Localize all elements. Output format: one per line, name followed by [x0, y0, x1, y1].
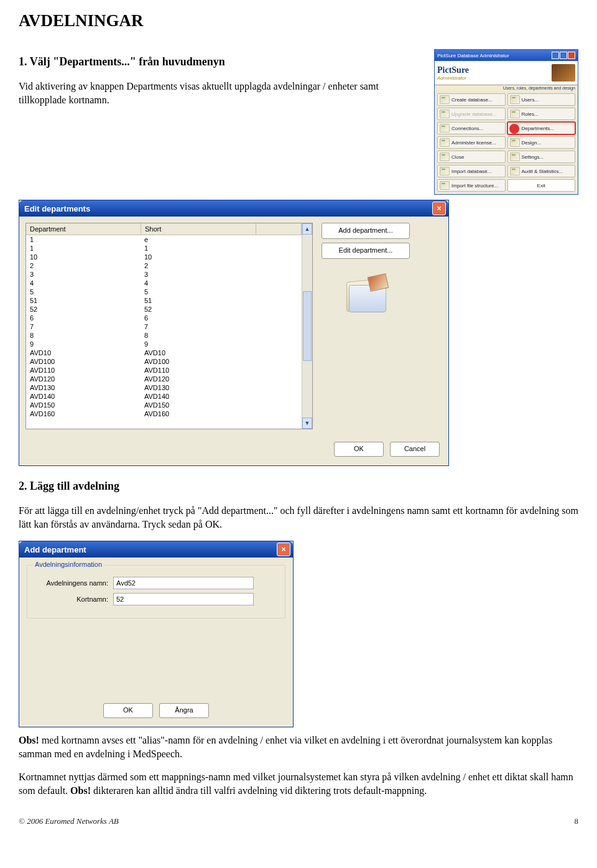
import-db-button[interactable]: Import database...: [437, 165, 506, 177]
admin-title-text: PictSure Database Administrator: [437, 53, 509, 58]
license-button[interactable]: Administer license...: [437, 136, 506, 149]
folder-icon: [510, 110, 520, 118]
btn-label: Exit: [537, 183, 545, 189]
maximize-icon[interactable]: [560, 52, 567, 59]
folder-icon: [510, 95, 520, 104]
btn-label: Users...: [522, 97, 539, 103]
scroll-thumb[interactable]: [303, 291, 312, 361]
btn-label: Departments...: [522, 126, 554, 131]
table-row[interactable]: 44: [26, 279, 302, 287]
scroll-up-icon[interactable]: ▲: [302, 223, 312, 235]
departments-table: Department Short 1e111010223344555151525…: [25, 223, 313, 429]
table-row[interactable]: 99: [26, 340, 302, 348]
dept-name-label: Avdelningens namn:: [34, 579, 108, 587]
close-icon[interactable]: ×: [432, 202, 446, 215]
step2-text: För att lägga till en avdelning/enhet tr…: [19, 504, 578, 531]
scroll-down-icon[interactable]: ▼: [302, 418, 312, 429]
table-row[interactable]: AVD160AVD160: [26, 409, 302, 418]
table-row[interactable]: AVD120AVD120: [26, 375, 302, 383]
folder-icon: [510, 152, 520, 161]
table-row[interactable]: AVD10AVD10: [26, 348, 302, 357]
col-empty: [256, 223, 302, 235]
shortname-input[interactable]: 52: [113, 593, 254, 605]
page-number: 8: [575, 816, 579, 826]
add-department-window: Add department × Avdelningsinformation A…: [19, 541, 294, 727]
table-row[interactable]: 77: [26, 322, 302, 331]
ok-button[interactable]: OK: [334, 442, 384, 457]
admin-logo-bar: PictSure Administrator: [435, 61, 578, 85]
col-short[interactable]: Short: [141, 223, 256, 235]
step1-text: Vid aktivering av knappen Departments vi…: [19, 80, 423, 106]
folder-icon: [440, 167, 450, 175]
import-file-button[interactable]: Import file structure...: [437, 179, 506, 192]
add-titlebar: Add department ×: [19, 541, 293, 558]
note-1: Obs! med kortnamn avses ett "alias"-namn…: [19, 734, 578, 760]
table-row[interactable]: AVD150AVD150: [26, 401, 302, 409]
step2-title: 2. Lägg till avdelning: [19, 480, 578, 493]
table-row[interactable]: 88: [26, 331, 302, 340]
brand-text: PictSure: [437, 65, 469, 75]
btn-label: Create database...: [451, 97, 493, 103]
folder-icon: [440, 181, 450, 190]
table-row[interactable]: AVD140AVD140: [26, 392, 302, 401]
audit-button[interactable]: Audit & Statistics...: [507, 165, 576, 177]
create-db-button[interactable]: Create database...: [437, 93, 506, 106]
btn-label: Roles...: [522, 111, 539, 117]
folder-icon: [440, 138, 450, 147]
connections-button[interactable]: Connections...: [437, 122, 506, 134]
dept-name-input[interactable]: Avd52: [113, 577, 254, 589]
btn-label: Audit & Statistics...: [522, 169, 563, 174]
edit-title-text: Edit departments: [24, 204, 90, 213]
edit-department-button[interactable]: Edit department...: [322, 243, 410, 259]
table-row[interactable]: 66: [26, 314, 302, 322]
table-row[interactable]: 1e: [26, 235, 302, 244]
folder-icon: [440, 95, 450, 104]
upgrade-db-button: Upgrade database...: [437, 108, 506, 120]
shortname-label: Kortnamn:: [34, 595, 108, 603]
close-icon[interactable]: [568, 52, 575, 59]
undo-button[interactable]: Ångra: [159, 703, 209, 718]
scrollbar[interactable]: ▲ ▼: [302, 223, 312, 429]
folder-icon: [510, 167, 520, 175]
btn-label: Design...: [522, 140, 542, 146]
settings-button[interactable]: Settings...: [507, 151, 576, 163]
note-2: Kortnamnet nyttjas därmed som ett mappni…: [19, 770, 578, 797]
users-button[interactable]: Users...: [507, 93, 576, 106]
close-icon[interactable]: ×: [277, 543, 290, 556]
design-button[interactable]: Design...: [507, 136, 576, 149]
folder-icon: [440, 152, 450, 161]
departments-button[interactable]: Departments...: [507, 122, 576, 134]
table-row[interactable]: 55: [26, 287, 302, 296]
table-row[interactable]: 11: [26, 244, 302, 253]
cancel-button[interactable]: Cancel: [390, 442, 440, 457]
obs-label: Obs!: [19, 735, 39, 745]
admin-subtitle: Administrator: [437, 75, 469, 81]
table-row[interactable]: AVD130AVD130: [26, 383, 302, 392]
btn-label: Settings...: [522, 154, 544, 160]
ok-button[interactable]: OK: [103, 703, 153, 718]
admin-hint: Users, roles, departments and design: [435, 85, 578, 91]
table-row[interactable]: AVD110AVD110: [26, 366, 302, 375]
col-department[interactable]: Department: [26, 223, 141, 235]
obs-label: Obs!: [70, 785, 91, 796]
window-controls[interactable]: [552, 52, 575, 59]
table-row[interactable]: 33: [26, 270, 302, 279]
close-button[interactable]: Close: [437, 151, 506, 163]
table-row[interactable]: 5151: [26, 296, 302, 305]
dept-info-fieldset: Avdelningsinformation Avdelningens namn:…: [27, 565, 285, 618]
folder-illustration-icon: [346, 280, 384, 310]
table-row[interactable]: 5252: [26, 305, 302, 314]
copyright: © 2006 Euromed Networks AB: [19, 816, 119, 826]
btn-label: Close: [451, 154, 464, 160]
btn-label: Import file structure...: [451, 183, 498, 189]
roles-button[interactable]: Roles...: [507, 108, 576, 120]
table-row[interactable]: 1010: [26, 253, 302, 261]
btn-label: Administer license...: [451, 140, 496, 146]
exit-button[interactable]: Exit: [507, 179, 576, 192]
minimize-icon[interactable]: [552, 52, 559, 59]
table-row[interactable]: AVD100AVD100: [26, 357, 302, 366]
add-department-button[interactable]: Add department...: [322, 223, 410, 239]
table-row[interactable]: 22: [26, 261, 302, 270]
note-1-text: med kortnamn avses ett "alias"-namn för …: [19, 735, 552, 759]
folder-icon: [440, 110, 450, 118]
